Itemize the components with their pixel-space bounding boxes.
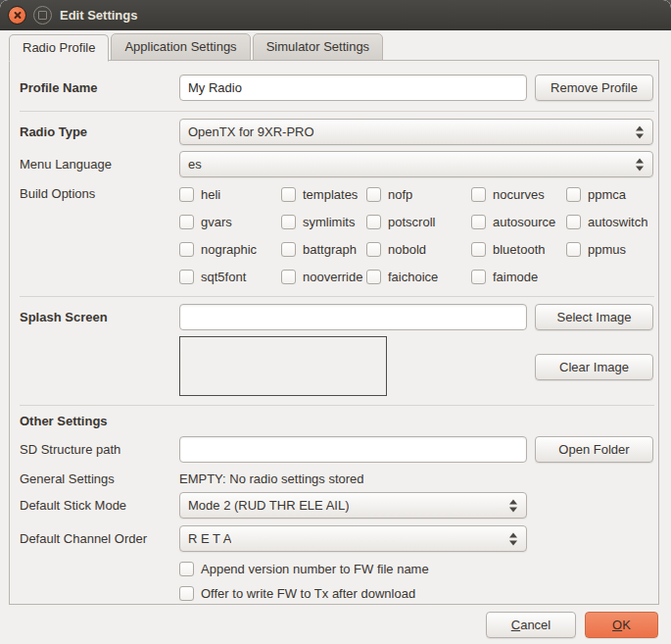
separator	[20, 405, 654, 406]
dialog-footer: Cancel OK	[486, 612, 658, 638]
checkbox[interactable]	[471, 215, 486, 229]
default-channel-order-label: Default Channel Order	[20, 531, 179, 546]
other-settings-heading: Other Settings	[20, 414, 108, 428]
window-title: Edit Settings	[60, 8, 137, 23]
build-option-ppmca[interactable]: ppmca	[566, 186, 654, 202]
checkbox[interactable]	[471, 187, 486, 202]
general-settings-value: EMPTY: No radio settings stored	[179, 471, 364, 486]
spinner-arrows-icon	[636, 125, 644, 138]
checkbox[interactable]	[566, 187, 581, 202]
checkbox[interactable]	[179, 586, 194, 601]
default-stick-mode-select[interactable]: Mode 2 (RUD THR ELE AIL)	[179, 492, 527, 519]
checkbox[interactable]	[179, 562, 194, 576]
sd-structure-path-input[interactable]	[179, 436, 527, 463]
build-option-nofp[interactable]: nofp	[366, 186, 471, 202]
clear-image-button[interactable]: Clear Image	[535, 354, 653, 380]
edit-settings-dialog: Edit Settings Radio Profile Application …	[0, 0, 671, 644]
radio-profile-pane: Profile Name Remove Profile Radio Type O…	[9, 60, 659, 605]
checkbox[interactable]	[281, 270, 296, 284]
menu-language-label: Menu Language	[20, 157, 179, 172]
checkbox[interactable]	[179, 242, 194, 257]
checkbox[interactable]	[179, 215, 194, 229]
menu-language-select[interactable]: es	[179, 151, 653, 177]
build-options-grid: heli templates nofp nocurves ppmca gvars…	[179, 186, 654, 284]
checkbox[interactable]	[281, 187, 296, 202]
select-image-button[interactable]: Select Image	[535, 304, 653, 330]
default-channel-order-select[interactable]: R E T A	[179, 525, 527, 552]
maximize-icon	[38, 11, 47, 20]
build-option-autoswitch[interactable]: autoswitch	[566, 214, 654, 229]
tab-application-settings[interactable]: Application Settings	[111, 33, 250, 61]
build-option-heli[interactable]: heli	[179, 186, 281, 202]
checkbox[interactable]	[366, 270, 381, 284]
checkbox[interactable]	[566, 242, 581, 257]
open-folder-button[interactable]: Open Folder	[535, 436, 653, 463]
close-button[interactable]	[8, 6, 26, 25]
checkbox[interactable]	[179, 187, 194, 202]
checkbox[interactable]	[566, 215, 581, 229]
build-option-potscroll[interactable]: potscroll	[366, 214, 471, 229]
build-option-templates[interactable]: templates	[281, 186, 366, 202]
offer-write-fw-checkbox[interactable]: Offer to write FW to Tx after download	[179, 586, 415, 601]
build-option-gvars[interactable]: gvars	[179, 214, 281, 229]
append-version-checkbox[interactable]: Append version number to FW file name	[179, 562, 429, 576]
spinner-arrows-icon	[509, 499, 517, 512]
general-settings-label: General Settings	[20, 471, 179, 486]
checkbox[interactable]	[471, 270, 486, 284]
separator	[20, 296, 654, 297]
ok-button[interactable]: OK	[585, 612, 658, 638]
checkbox[interactable]	[179, 270, 194, 284]
remove-profile-button[interactable]: Remove Profile	[535, 74, 653, 101]
default-stick-mode-label: Default Stick Mode	[20, 498, 179, 513]
build-option-sqt5font[interactable]: sqt5font	[179, 269, 281, 284]
build-option-autosource[interactable]: autosource	[471, 214, 566, 229]
spinner-arrows-icon	[509, 532, 517, 545]
checkbox[interactable]	[281, 242, 296, 257]
checkbox[interactable]	[281, 215, 296, 229]
profile-name-label: Profile Name	[20, 80, 179, 95]
checkbox[interactable]	[366, 215, 381, 229]
splash-image-preview	[179, 336, 387, 396]
separator	[20, 111, 654, 112]
tab-radio-profile[interactable]: Radio Profile	[9, 34, 109, 62]
checkbox[interactable]	[366, 242, 381, 257]
close-icon	[13, 11, 22, 20]
profile-name-input[interactable]	[179, 74, 527, 101]
radio-type-label: Radio Type	[20, 124, 179, 139]
radio-type-select[interactable]: OpenTX for 9XR-PRO	[179, 119, 653, 145]
build-option-nooverride[interactable]: nooverride	[281, 269, 366, 284]
spinner-arrows-icon	[636, 158, 644, 171]
sd-structure-path-label: SD Structure path	[20, 442, 179, 457]
build-option-nocurves[interactable]: nocurves	[471, 186, 566, 202]
maximize-button[interactable]	[33, 6, 52, 25]
titlebar[interactable]: Edit Settings	[0, 0, 671, 30]
tab-simulator-settings[interactable]: Simulator Settings	[253, 33, 384, 61]
checkbox[interactable]	[366, 187, 381, 202]
checkbox[interactable]	[471, 242, 486, 257]
build-option-nographic[interactable]: nographic	[179, 241, 281, 257]
splash-screen-label: Splash Screen	[20, 310, 179, 324]
build-options-label: Build Options	[20, 186, 179, 201]
tab-bar: Radio Profile Application Settings Simul…	[0, 30, 671, 61]
build-option-symlimits[interactable]: symlimits	[281, 214, 366, 229]
build-option-battgraph[interactable]: battgraph	[281, 241, 366, 257]
build-option-nobold[interactable]: nobold	[366, 241, 471, 257]
cancel-button[interactable]: Cancel	[486, 612, 576, 638]
build-option-faimode[interactable]: faimode	[471, 269, 566, 284]
build-option-ppmus[interactable]: ppmus	[566, 241, 654, 257]
splash-image-input[interactable]	[179, 304, 527, 330]
build-option-faichoice[interactable]: faichoice	[366, 269, 471, 284]
build-option-bluetooth[interactable]: bluetooth	[471, 241, 566, 257]
